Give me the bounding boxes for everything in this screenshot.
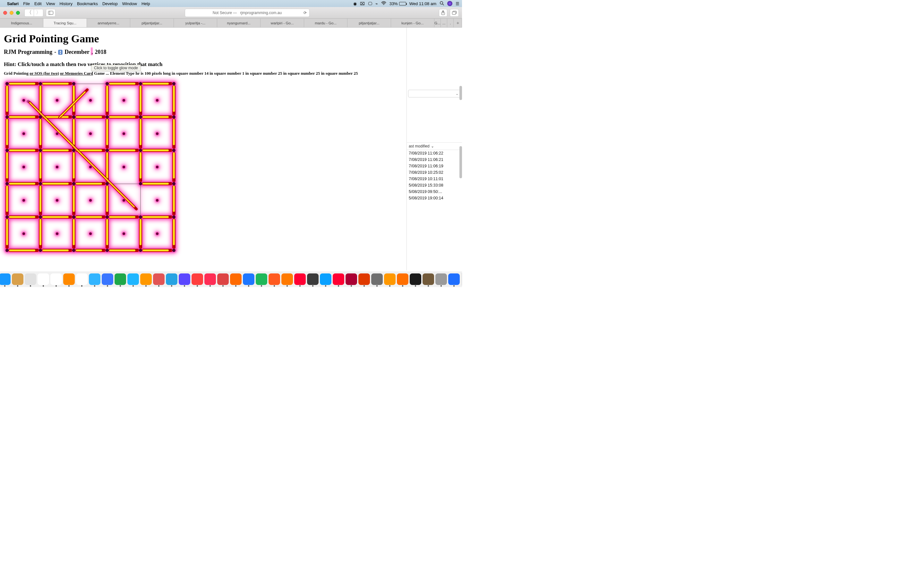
month-picker[interactable]: ▴▾ bbox=[58, 50, 63, 55]
cell-center-dot[interactable] bbox=[23, 199, 25, 201]
cell-center-dot[interactable] bbox=[123, 99, 125, 102]
menu-help[interactable]: Help bbox=[142, 1, 150, 6]
finder-dropdown[interactable]: ⌄ bbox=[408, 90, 461, 97]
match-stick[interactable] bbox=[105, 118, 109, 149]
dock-app[interactable] bbox=[25, 274, 36, 285]
address-bar[interactable]: Not Secure — rjmprogramming.com.au ⟳ bbox=[185, 9, 310, 17]
match-stick[interactable] bbox=[105, 218, 109, 249]
match-stick[interactable] bbox=[8, 182, 39, 185]
match-stick[interactable] bbox=[108, 149, 139, 152]
cell-center-dot[interactable] bbox=[123, 199, 125, 201]
match-stick[interactable] bbox=[142, 115, 173, 119]
match-stick[interactable] bbox=[139, 85, 142, 116]
cell-center-dot[interactable] bbox=[156, 132, 158, 135]
cell-center-dot[interactable] bbox=[23, 166, 25, 168]
dock-app[interactable] bbox=[50, 274, 62, 285]
dock-app[interactable] bbox=[384, 274, 396, 285]
cell-center-dot[interactable] bbox=[89, 166, 92, 168]
cell-center-dot[interactable] bbox=[56, 232, 58, 235]
dock-app[interactable] bbox=[140, 274, 152, 285]
finder-row[interactable]: 7/08/2019 10:25:02 bbox=[407, 169, 462, 176]
match-stick[interactable] bbox=[5, 152, 9, 182]
mode-link-memories[interactable]: or Memories Card bbox=[60, 71, 93, 76]
target-icon[interactable]: ⊕ bbox=[26, 99, 30, 104]
hr-element[interactable] bbox=[141, 185, 141, 216]
tab-g[interactable]: G... bbox=[435, 19, 441, 27]
dock-app[interactable] bbox=[76, 274, 87, 285]
grid-vertex[interactable] bbox=[139, 82, 142, 85]
tab-overflow-1[interactable]: ... bbox=[441, 19, 447, 27]
match-stick[interactable] bbox=[108, 215, 139, 219]
sidebar-button[interactable] bbox=[46, 9, 55, 17]
tab-overflow-2[interactable]: . bbox=[447, 19, 454, 27]
menu-window[interactable]: Window bbox=[122, 1, 137, 6]
dock-app[interactable] bbox=[63, 274, 75, 285]
cell-center-dot[interactable] bbox=[56, 132, 58, 135]
menu-history[interactable]: History bbox=[59, 1, 72, 6]
match-stick[interactable] bbox=[39, 118, 42, 149]
match-stick[interactable] bbox=[8, 82, 39, 85]
grid-vertex[interactable] bbox=[72, 249, 75, 252]
share-button[interactable] bbox=[439, 9, 447, 17]
cell-center-dot[interactable] bbox=[89, 99, 92, 102]
tab-anmatyerre[interactable]: anmatyerre... bbox=[87, 19, 130, 27]
dock-app[interactable] bbox=[192, 274, 203, 285]
dock-app[interactable] bbox=[0, 274, 11, 285]
cell-center-dot[interactable] bbox=[23, 232, 25, 235]
tab-yulparitja[interactable]: yulparitja -... bbox=[174, 19, 217, 27]
match-stick[interactable] bbox=[42, 215, 73, 219]
grid-vertex[interactable] bbox=[72, 149, 75, 152]
match-stick[interactable] bbox=[142, 215, 173, 219]
minimize-window-button[interactable] bbox=[10, 11, 13, 15]
cell-center-dot[interactable] bbox=[23, 99, 25, 102]
dock-app[interactable] bbox=[371, 274, 383, 285]
match-stick[interactable] bbox=[108, 249, 139, 252]
match-stick[interactable] bbox=[8, 149, 39, 152]
dock-app[interactable] bbox=[256, 274, 267, 285]
match-stick[interactable] bbox=[39, 218, 42, 249]
dock-app[interactable] bbox=[102, 274, 113, 285]
grid-vertex[interactable] bbox=[172, 182, 176, 185]
match-stick[interactable] bbox=[5, 85, 9, 116]
match-stick[interactable] bbox=[139, 118, 142, 149]
match-stick[interactable] bbox=[75, 215, 106, 219]
grid-vertex[interactable] bbox=[105, 215, 109, 219]
grid-vertex[interactable] bbox=[72, 182, 75, 185]
match-stick[interactable] bbox=[142, 149, 173, 152]
tab-warlpiri[interactable]: warlpiri - Go... bbox=[260, 19, 304, 27]
cell-center-dot[interactable] bbox=[56, 166, 58, 168]
grid-vertex[interactable] bbox=[172, 82, 176, 85]
dock-app[interactable] bbox=[243, 274, 254, 285]
notification-center-icon[interactable]: ☰ bbox=[456, 1, 459, 6]
match-stick[interactable] bbox=[42, 182, 73, 185]
dock-app[interactable] bbox=[217, 274, 229, 285]
match-stick[interactable] bbox=[105, 85, 109, 116]
grid-vertex[interactable] bbox=[5, 115, 9, 119]
mode-link-sos[interactable]: or SOS (for two) bbox=[29, 71, 59, 76]
finder-scroll-2[interactable] bbox=[459, 146, 462, 178]
dock-app[interactable] bbox=[423, 274, 434, 285]
bluetooth-icon[interactable]: ⌁ bbox=[375, 1, 378, 6]
finder-row[interactable]: 7/08/2019 11:06:19 bbox=[407, 163, 462, 169]
cell-center-dot[interactable] bbox=[156, 166, 158, 168]
grid-vertex[interactable] bbox=[172, 249, 176, 252]
grid-vertex[interactable] bbox=[39, 249, 42, 252]
wifi-icon[interactable] bbox=[381, 1, 386, 6]
cell-center-dot[interactable] bbox=[89, 199, 92, 201]
cell-center-dot[interactable] bbox=[56, 199, 58, 201]
match-stick[interactable] bbox=[172, 218, 176, 249]
grid-vertex[interactable] bbox=[5, 149, 9, 152]
dock-app[interactable] bbox=[12, 274, 23, 285]
grid-vertex[interactable] bbox=[39, 115, 42, 119]
grid-vertex[interactable] bbox=[105, 249, 109, 252]
grid-vertex[interactable] bbox=[139, 149, 142, 152]
dock-app[interactable] bbox=[346, 274, 357, 285]
match-stick[interactable] bbox=[108, 115, 139, 119]
match-stick[interactable] bbox=[142, 82, 173, 85]
finder-scroll-1[interactable] bbox=[459, 86, 462, 100]
finder-column-header[interactable]: ast modified ⌄ bbox=[407, 142, 462, 150]
grid-vertex[interactable] bbox=[172, 149, 176, 152]
spotlight-icon[interactable] bbox=[439, 1, 444, 6]
dock-app[interactable] bbox=[115, 274, 126, 285]
dock-app[interactable] bbox=[333, 274, 344, 285]
